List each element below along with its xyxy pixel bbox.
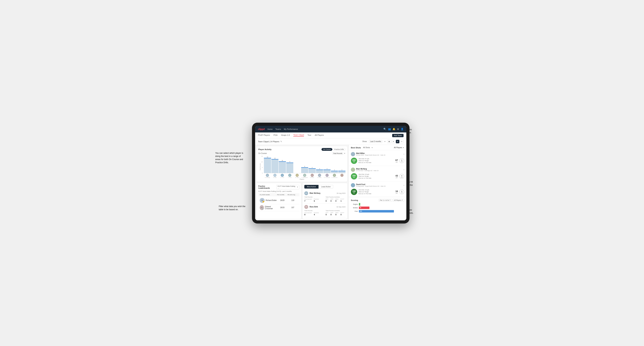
bell-icon[interactable]: 🔔 [392,128,395,130]
left-column: Player Activity On Course Practice Drill… [255,145,348,220]
bar-1-fill [264,158,271,173]
scoring-header: Scoring Par 3, 4 & 5s ▼ All Players ▼ [349,197,406,203]
total-rounds-dropdown[interactable]: Total Rounds [332,152,343,155]
bar-11-top [338,171,346,171]
edit-icon[interactable]: ✎ [280,140,282,143]
shot-start-lie-1: Start Lie: Rough [358,160,394,162]
arg-val-2: 0 [336,213,338,216]
main-content: Player Activity On Course Practice Drill… [255,145,406,220]
search-icon[interactable]: 🔍 [384,128,386,130]
practice-row-1: RB 1 Richard Butler 19/20 110 [258,197,300,204]
practice-table-header: PLAYER NAME PB SCORE PB AVG SQ [258,193,300,196]
shot-metric-unit-1: yds [396,162,398,163]
bottom-row: Practice Leaderboards PUTT Must Make Put… [256,183,347,219]
pb-avg-1: 110 [288,199,298,201]
shot-player-details-1: Matt Miller 09 Jun 2023 · Royal North De… [356,152,385,156]
most-active-tab[interactable]: Most Active [304,185,318,188]
active-tabs: Most Active Least Active [304,185,346,188]
bar-6-label: 5 [304,166,305,167]
shot-course-name-3: Royal North Devon GC [365,185,380,187]
shot-card-1[interactable]: Matt Miller 09 Jun 2023 · Royal North De… [349,150,406,166]
nav-performance[interactable]: My Performance [284,128,298,130]
users-icon[interactable]: 👥 [388,128,391,130]
shot-dist-1: Shot Dist: 67 yds [358,158,394,160]
shot-card-2[interactable]: Blair McHarg 23 Jul 2023 · Ashridge GC ·… [349,166,406,181]
player-name-1: Richard Butler [266,199,277,201]
bar-7: 4 [308,167,316,173]
bar-7-label: 4 [312,167,312,168]
least-active-tab[interactable]: Least Active [318,185,333,188]
x-label-8: M. Miller [316,177,323,178]
shot-card-3[interactable]: David Ford 24 Aug 2023 · Royal North Dev… [349,181,406,197]
bar-5-fill [294,173,301,173]
practice-row-2: EC 2 Edward Crossman 18/20 107 [258,204,300,211]
birdies-bar: 96 [359,206,370,209]
shot-course-1: 09 Jun 2023 · Royal North Devon GC · Hol… [356,154,385,156]
bar-10-fill [331,171,338,173]
time-filter-select[interactable]: Last 3 months [369,140,382,143]
shot-desc-1: Shot Dist: 67 yds Start Lie: Rough End L… [358,158,394,164]
shot-hole-1: Hole 15 [380,154,385,156]
add-team-button[interactable]: Add Team [392,134,404,137]
practice-drills-tab[interactable]: Practice Drills [333,148,346,151]
nav-icons: 🔍 👥 🔔 ⊕ 👤 [384,128,404,130]
players-filter[interactable]: All Players ▼ [394,147,404,149]
plus-circle-icon[interactable]: ⊕ [397,128,399,130]
time-filter-chevron: ▼ [384,141,386,142]
x-axis-labels: B. McHarg R. Britt D. Ford J. Coles E. E… [264,177,346,178]
scoring-filter-2[interactable]: All Players ▼ [393,199,404,202]
all-shots-tab[interactable]: All Shots [363,147,370,149]
grid-view-icon[interactable]: ⊞ [388,140,391,143]
practice-dropdown[interactable]: PUTT Must Make Putting … ▼ [276,185,300,189]
practice-activities-label-1: Total Practice Activities [326,196,346,198]
bar-6: 5 [301,166,308,173]
shot-player-name-3: David Ford [356,183,386,185]
y-label-15: 15 [261,156,263,157]
practice-leaderboards-title: Practice Leaderboards [258,185,276,189]
sub-nav-pgat[interactable]: PGAT Players [258,134,270,137]
user-circle-icon[interactable]: 👤 [401,128,404,130]
x-label-4: J. Coles [286,177,294,178]
rank-badge-1: 1 [262,201,264,203]
putt-label-2: PUTT [340,212,344,213]
pb-score-1: 19/20 [277,199,288,201]
gtt-val-2: 0 [326,213,328,216]
avatar-6: GB [303,174,306,177]
practice-label-2: Practice [314,212,319,213]
nav-home[interactable]: Home [268,128,272,130]
sub-nav-tour[interactable]: Tour [308,134,311,137]
avatar-9: EC [326,174,329,177]
nav-teams[interactable]: Teams [276,128,281,130]
shot-end-lie-2: End Lie: In The Hole [358,177,394,179]
filter-icon[interactable]: ⊧ [400,140,404,143]
app-label-2: APP [330,212,334,213]
app-val-1: 0 [330,200,334,202]
sub-nav-hcaps[interactable]: Hcaps 1-5 [281,134,290,137]
sub-nav-pga[interactable]: PGA [274,134,278,137]
shot-zero-label-3: yds [401,192,403,193]
scoring-filter-1[interactable]: Par 3, 4 & 5s ▼ [379,199,392,202]
active-player-date-2: 02 Sep 2023 [336,206,346,208]
shot-metric-3: 16 yds [396,190,398,194]
heart-view-icon[interactable]: ♥ [396,140,399,143]
sub-nav-team-clippd[interactable]: Team Clippd [293,134,304,137]
shot-player-details-2: Blair McHarg 23 Jul 2023 · Ashridge GC ·… [356,168,378,172]
list-view-icon[interactable]: ≡ [392,140,395,143]
sub-nav-all-players[interactable]: All Players [315,134,324,137]
y-axis-title: Total Rounds [260,163,261,170]
practice-val-1: 6 [314,200,319,202]
activity-tabs: On Course Practice Drills [322,148,346,151]
pars-label: Pars [351,210,358,212]
on-course-tab[interactable]: On Course [322,148,332,151]
bar-1-label: 13 [267,156,268,158]
most-active-card: Most Active Least Active BM Blair McHarg [302,183,347,219]
avatar-5: EE [296,174,299,177]
scoring-bars: Eagles 3 Birdies 96 Pars [349,203,406,213]
bar-11: 2 [338,169,346,173]
shot-desc-3: Shot Dist: 16 yds Start Lie: Rough End L… [358,189,394,195]
scoring-filter-2-label: All Players [394,199,402,201]
shot-zero-label-1: yds [401,161,403,162]
bar-2-label: 12 [274,158,276,159]
annotation-top-left: You can select which player is doing the… [215,152,243,164]
bar-10-top [331,171,338,171]
